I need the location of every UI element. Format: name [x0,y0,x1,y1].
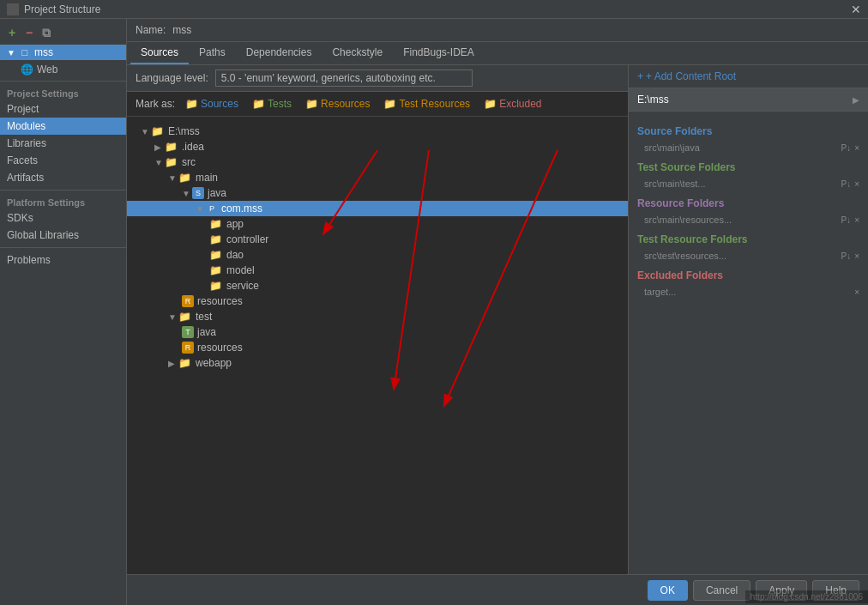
resource-folder-path: src\main\resources... [644,215,732,225]
tabs-bar: Sources Paths Dependencies Checkstyle Fi… [127,42,868,65]
tree-node-java[interactable]: ▼ S java [127,185,628,201]
folder-icon [165,156,178,168]
tree-node-app[interactable]: app [127,216,628,232]
excluded-folders-title: Excluded Folders [637,269,859,281]
node-label: com.mss [221,203,262,215]
tree-node-dao[interactable]: dao [127,247,628,263]
language-level-bar: Language level: 5.0 - 'enum' keyword, ge… [127,65,628,92]
root-path-value: E:\mss [637,94,669,106]
tree-node-resources[interactable]: R resources [127,293,628,309]
module-mss-item[interactable]: ▼ □ mss [0,45,126,60]
folder-icon [178,311,192,323]
file-tree[interactable]: ▼ E:\mss ▶ .idea [127,117,628,574]
test-resource-folder-path: src\test\resources... [644,251,726,261]
folder-icon [165,141,178,153]
modules-label: Modules [7,120,45,132]
sidebar-item-sdks[interactable]: SDKs [0,209,126,227]
excluded-folder-path: target... [644,287,676,297]
sidebar-item-project[interactable]: Project [0,100,126,118]
module-icon: □ [19,46,31,58]
sidebar-item-facets[interactable]: Facets [0,152,126,169]
mark-sources-button[interactable]: 📁 Sources [182,97,242,111]
source-folder-action-p[interactable]: P↓ [841,143,851,153]
tree-node-idea[interactable]: ▶ .idea [127,139,628,154]
tree-node-commss[interactable]: ▼ P com.mss [127,201,628,216]
excluded-folder-action-x[interactable]: × [854,287,859,297]
mark-test-resources-button[interactable]: 📁 Test Resources [380,97,473,111]
main-layout: + − ⧉ ▼ □ mss 🌐 Web Project Settings Pro… [0,19,868,605]
node-label: webapp [196,357,232,369]
excluded-folder-actions: × [854,287,859,297]
sidebar-item-problems[interactable]: Problems [0,251,126,269]
folder-icon [178,172,192,184]
tree-node-test[interactable]: ▼ test [127,309,628,324]
node-label: E:\mss [168,125,200,137]
source-folder-action-x[interactable]: × [854,143,859,153]
tab-paths[interactable]: Paths [189,42,236,64]
tree-node-model[interactable]: model [127,263,628,278]
node-label: model [226,264,255,276]
expand-arrow: ▼ [196,204,206,214]
tree-node-webapp[interactable]: ▶ webapp [127,355,628,371]
tests-folder-icon: 📁 [252,98,265,110]
sources-folder-icon: 📁 [185,98,198,110]
test-source-folder-actions: P↓ × [841,179,859,189]
test-source-folder-action-p[interactable]: P↓ [841,179,851,189]
mark-test-resources-label: Test Resources [399,98,470,110]
resource-folder-action-p[interactable]: P↓ [841,215,851,225]
tab-sources[interactable]: Sources [130,42,189,64]
folder-icon [209,249,223,261]
mark-excluded-label: Excluded [499,98,541,110]
remove-module-button[interactable]: − [22,26,36,39]
sidebar-item-libraries[interactable]: Libraries [0,135,126,152]
close-button[interactable]: ✕ [851,3,861,16]
sidebar-item-global-libraries[interactable]: Global Libraries [0,227,126,244]
mark-tests-button[interactable]: 📁 Tests [249,97,295,111]
test-source-folder-action-x[interactable]: × [854,179,859,189]
add-content-root-button[interactable]: + + Add Content Root [637,70,736,82]
tab-dependencies[interactable]: Dependencies [236,42,322,64]
excluded-folder-path-row: target... × [637,285,859,299]
add-module-button[interactable]: + [5,26,19,39]
sidebar-item-artifacts[interactable]: Artifacts [0,169,126,186]
inner-content: Language level: 5.0 - 'enum' keyword, ge… [127,65,868,574]
tab-findbugs[interactable]: FindBugs-IDEA [393,42,485,64]
ok-button[interactable]: OK [648,580,688,601]
mark-resources-button[interactable]: 📁 Resources [302,97,373,111]
sidebar-divider-1 [0,81,126,82]
tree-node-testresources[interactable]: R resources [127,340,628,355]
test-resource-folder-path-row: src\test\resources... P↓ × [637,249,859,263]
test-resource-folder-action-x[interactable]: × [854,251,859,261]
tree-node-main[interactable]: ▼ main [127,170,628,185]
resources-folder-icon2: R [182,295,194,307]
tree-node-testjava[interactable]: T java [127,324,628,340]
name-value: mss [172,24,859,36]
mark-excluded-button[interactable]: 📁 Excluded [480,97,545,111]
source-folder-path: src\main\java [644,142,700,153]
node-label: resources [197,342,243,354]
cancel-button[interactable]: Cancel [693,580,750,601]
test-source-folder-path: src\main\test... [644,178,706,189]
test-folder-icon: T [182,326,194,338]
tree-node-controller[interactable]: controller [127,232,628,247]
test-resource-folder-action-p[interactable]: P↓ [841,251,851,261]
tree-node-service[interactable]: service [127,278,628,293]
node-label: .idea [182,141,204,153]
sidebar-item-modules[interactable]: Modules [0,118,126,135]
language-level-select[interactable]: 5.0 - 'enum' keyword, generics, autoboxi… [215,70,473,87]
expand-arrow: ▼ [168,173,178,183]
mark-as-label: Mark as: [136,98,175,110]
node-label: service [226,280,259,292]
watermark: http://blog.csdn.net/z2881006 [745,590,868,603]
test-source-folders-title: Test Source Folders [637,161,859,173]
tab-checkstyle[interactable]: Checkstyle [322,42,393,64]
module-web-item[interactable]: 🌐 Web [0,62,126,77]
sidebar-toolbar: + − ⧉ [0,26,126,45]
copy-module-button[interactable]: ⧉ [39,26,53,39]
module-web-label: Web [37,64,57,76]
tree-node-src[interactable]: ▼ src [127,154,628,170]
tree-node-emss[interactable]: ▼ E:\mss [127,124,628,139]
title-bar-text: Project Structure [24,3,100,15]
resource-folder-action-x[interactable]: × [854,215,859,225]
expand-arrow: ▶ [154,142,165,152]
